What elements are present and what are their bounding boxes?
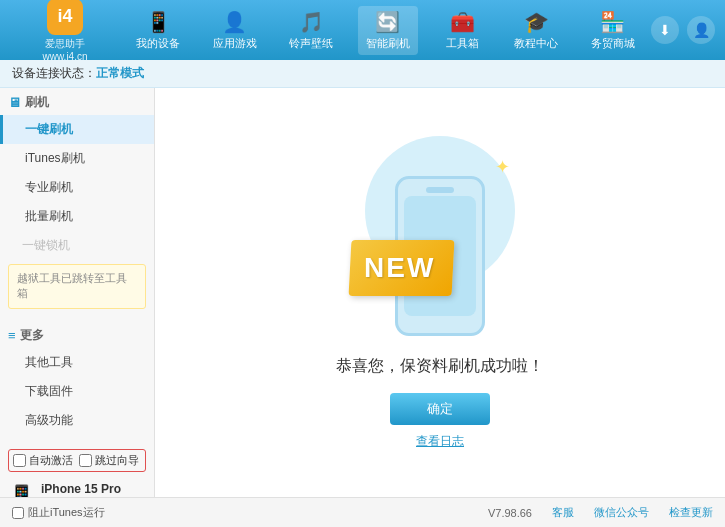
download-btn[interactable]: ⬇	[651, 16, 679, 44]
app-header: i4 爱思助手 www.i4.cn 📱 我的设备 👤 应用游戏 🎵 铃声壁纸 🔄…	[0, 0, 725, 60]
nav-my-device[interactable]: 📱 我的设备	[128, 6, 188, 55]
nav-tutorials-label: 教程中心	[514, 36, 558, 51]
sidebar-item-download-firmware[interactable]: 下载固件	[0, 377, 154, 406]
nav-service-store[interactable]: 🏪 务贸商城	[583, 6, 643, 55]
flash-section-label: 刷机	[25, 94, 49, 111]
device-info: 📱 iPhone 15 Pro Max 512GB iPhone	[8, 478, 146, 497]
footer-link-wechat[interactable]: 微信公众号	[594, 505, 649, 520]
footer-right: V7.98.66 客服 微信公众号 检查更新	[488, 505, 713, 520]
logo-text: 爱思助手	[45, 37, 85, 51]
nav-bar: 📱 我的设备 👤 应用游戏 🎵 铃声壁纸 🔄 智能刷机 🧰 工具箱 🎓 教程中心…	[120, 6, 651, 55]
success-graphic: NEW ✦	[360, 136, 520, 336]
footer-link-update[interactable]: 检查更新	[669, 505, 713, 520]
sidebar-item-one-key-flash[interactable]: 一键刷机	[0, 115, 154, 144]
nav-smart-flash[interactable]: 🔄 智能刷机	[358, 6, 418, 55]
apps-games-icon: 👤	[222, 10, 247, 34]
checkbox-row: 自动激活 跳过向导	[8, 449, 146, 472]
main-content: NEW ✦ 恭喜您，保资料刷机成功啦！ 确定 查看日志	[155, 88, 725, 497]
auto-activate-label: 自动激活	[29, 453, 73, 468]
sidebar-item-other-tools[interactable]: 其他工具	[0, 348, 154, 377]
more-section-icon: ≡	[8, 328, 16, 343]
status-value: 正常模式	[96, 65, 144, 82]
footer-link-support[interactable]: 客服	[552, 505, 574, 520]
logo-area: i4 爱思助手 www.i4.cn	[10, 0, 120, 62]
view-log-link[interactable]: 查看日志	[416, 433, 464, 450]
more-section-label: 更多	[20, 327, 44, 344]
nav-tutorials[interactable]: 🎓 教程中心	[506, 6, 566, 55]
skip-guide-label: 跳过向导	[95, 453, 139, 468]
nav-apps-games[interactable]: 👤 应用游戏	[205, 6, 265, 55]
sidebar-item-itunes-flash[interactable]: iTunes刷机	[0, 144, 154, 173]
itunes-section: 阻止iTunes运行	[12, 505, 105, 520]
service-store-icon: 🏪	[600, 10, 625, 34]
status-bar: 设备连接状态： 正常模式	[0, 60, 725, 88]
nav-my-device-label: 我的设备	[136, 36, 180, 51]
skip-guide-checkbox-label[interactable]: 跳过向导	[79, 453, 139, 468]
sidebar-item-pro-flash[interactable]: 专业刷机	[0, 173, 154, 202]
new-label: NEW	[364, 252, 435, 284]
auto-activate-checkbox-label[interactable]: 自动激活	[13, 453, 73, 468]
device-details: iPhone 15 Pro Max 512GB iPhone	[41, 482, 146, 497]
sidebar: 🖥 刷机 一键刷机 iTunes刷机 专业刷机 批量刷机 一键锁机 越狱工具已跳…	[0, 88, 155, 497]
logo-icon: i4	[47, 0, 83, 35]
tutorials-icon: 🎓	[524, 10, 549, 34]
footer-bar: 阻止iTunes运行 V7.98.66 客服 微信公众号 检查更新	[0, 497, 725, 527]
nav-toolbox-label: 工具箱	[446, 36, 479, 51]
device-phone-icon: 📱	[8, 484, 35, 497]
sparkles-icon: ✦	[495, 156, 510, 178]
nav-ringtones[interactable]: 🎵 铃声壁纸	[281, 6, 341, 55]
nav-service-label: 务贸商城	[591, 36, 635, 51]
smart-flash-icon: 🔄	[375, 10, 400, 34]
flash-section-icon: 🖥	[8, 95, 21, 110]
sidebar-notice: 越狱工具已跳转至工具箱	[8, 264, 146, 309]
my-device-icon: 📱	[146, 10, 171, 34]
itunes-label: 阻止iTunes运行	[28, 505, 105, 520]
sidebar-flash-section: 🖥 刷机	[0, 88, 154, 115]
device-area: 自动激活 跳过向导 📱 iPhone 15 Pro Max 512GB iPho…	[0, 443, 154, 497]
toolbox-icon: 🧰	[450, 10, 475, 34]
sidebar-item-advanced[interactable]: 高级功能	[0, 406, 154, 435]
nav-smart-flash-label: 智能刷机	[366, 36, 410, 51]
skip-guide-checkbox[interactable]	[79, 454, 92, 467]
sidebar-item-one-key-lock: 一键锁机	[0, 231, 154, 260]
new-banner: NEW	[349, 240, 455, 296]
nav-toolbox[interactable]: 🧰 工具箱	[435, 6, 490, 55]
confirm-button[interactable]: 确定	[390, 393, 490, 425]
logo-sub: www.i4.cn	[42, 51, 87, 62]
header-right-actions: ⬇ 👤	[651, 16, 715, 44]
auto-activate-checkbox[interactable]	[13, 454, 26, 467]
success-message: 恭喜您，保资料刷机成功啦！	[336, 356, 544, 377]
sidebar-item-batch-flash[interactable]: 批量刷机	[0, 202, 154, 231]
itunes-checkbox[interactable]	[12, 507, 24, 519]
device-name: iPhone 15 Pro Max	[41, 482, 146, 497]
user-btn[interactable]: 👤	[687, 16, 715, 44]
nav-ringtones-label: 铃声壁纸	[289, 36, 333, 51]
status-prefix: 设备连接状态：	[12, 65, 96, 82]
main-layout: 🖥 刷机 一键刷机 iTunes刷机 专业刷机 批量刷机 一键锁机 越狱工具已跳…	[0, 88, 725, 497]
phone-notch	[426, 187, 454, 193]
nav-apps-label: 应用游戏	[213, 36, 257, 51]
footer-version: V7.98.66	[488, 507, 532, 519]
sidebar-more-section: ≡ 更多	[0, 321, 154, 348]
ringtones-icon: 🎵	[299, 10, 324, 34]
